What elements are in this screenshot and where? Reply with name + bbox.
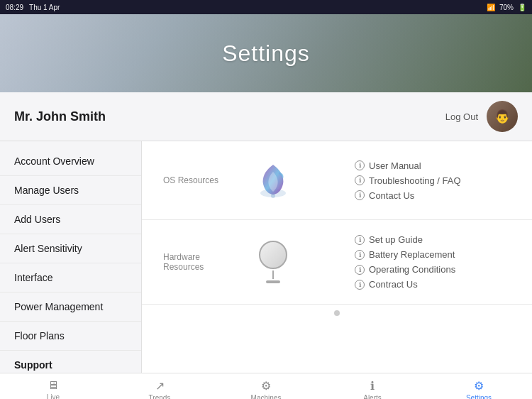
user-bar: Mr. John Smith Log Out 👨 (0, 92, 532, 141)
info-icon-4 (355, 235, 365, 245)
page-title: Settings (222, 40, 310, 67)
os-resources-icon (248, 155, 298, 205)
lamp-base (266, 280, 280, 283)
nav-item-settings[interactable]: ⚙ Settings (426, 376, 532, 400)
sidebar-item-alert-sensitivity[interactable]: Alert Sensitivity (0, 234, 141, 263)
info-icon-6 (355, 265, 365, 275)
content-area: OS Resources (142, 141, 532, 373)
info-icon-2 (355, 175, 365, 185)
user-manual-link[interactable]: User Manual (355, 160, 511, 171)
scroll-dot (334, 310, 340, 316)
logout-button[interactable]: Log Out (445, 111, 478, 122)
svg-point-1 (271, 194, 275, 198)
contract-us-link[interactable]: Contract Us (355, 279, 511, 290)
status-date: Thu 1 Apr (29, 4, 60, 11)
alerts-icon: ℹ (370, 379, 375, 393)
status-time: 08:29 (6, 4, 23, 11)
wifi-icon: 📶 (487, 4, 495, 11)
setup-guide-link[interactable]: Set up Guide (355, 234, 511, 245)
hardware-resources-icon (248, 237, 298, 287)
info-icon-5 (355, 250, 365, 260)
status-bar: 08:29 Thu 1 Apr 📶 70% 🔋 (0, 0, 532, 14)
info-icon-3 (355, 190, 365, 200)
os-resources-label: OS Resources (163, 175, 234, 185)
os-resource-links: User Manual Troubleshooting / FAQ Contac… (355, 160, 511, 201)
main-content: Account Overview Manage Users Add Users … (0, 141, 532, 373)
sidebar-item-add-users[interactable]: Add Users (0, 205, 141, 234)
sidebar-item-manage-users[interactable]: Manage Users (0, 176, 141, 205)
monitor-icon: 🖥 (48, 379, 59, 392)
sidebar-item-floor-plans[interactable]: Floor Plans (0, 322, 141, 351)
lamp-icon (259, 241, 287, 283)
operating-conditions-link[interactable]: Operating Conditions (355, 264, 511, 275)
avatar: 👨 (487, 101, 518, 132)
battery-level: 70% (499, 4, 514, 11)
hardware-resources-section: Hardware Resources Set up Guide Battery … (142, 220, 532, 305)
nav-item-machines[interactable]: ⚙ Machines (213, 376, 319, 400)
lamp-globe (259, 241, 287, 269)
nav-item-live[interactable]: 🖥 Live (0, 376, 106, 399)
troubleshooting-link[interactable]: Troubleshooting / FAQ (355, 175, 511, 186)
nav-item-alerts[interactable]: ℹ Alerts (319, 376, 426, 400)
lamp-stem (272, 270, 274, 279)
contact-us-link[interactable]: Contact Us (355, 190, 511, 201)
info-icon-7 (355, 280, 365, 290)
nav-item-trends[interactable]: ↗ Trends (106, 376, 213, 400)
sidebar: Account Overview Manage Users Add Users … (0, 141, 142, 373)
sidebar-item-power-management[interactable]: Power Management (0, 293, 141, 322)
machines-icon: ⚙ (261, 379, 271, 393)
trends-icon: ↗ (155, 379, 165, 393)
os-resources-section: OS Resources (142, 141, 532, 220)
sidebar-item-account-overview[interactable]: Account Overview (0, 147, 141, 176)
bottom-nav: 🖥 Live ↗ Trends ⚙ Machines ℹ Alerts ⚙ Se… (0, 373, 532, 399)
scroll-indicator (142, 305, 532, 322)
hardware-resources-label: Hardware Resources (163, 252, 234, 272)
battery-icon: 🔋 (518, 4, 526, 11)
settings-icon: ⚙ (474, 379, 484, 393)
battery-replacement-link[interactable]: Battery Replacement (355, 249, 511, 260)
info-icon (355, 160, 365, 170)
hardware-resource-links: Set up Guide Battery Replacement Operati… (355, 234, 511, 290)
hero-header: Settings (0, 14, 532, 92)
sidebar-item-support[interactable]: Support (0, 351, 141, 373)
user-name: Mr. John Smith (14, 109, 106, 124)
sidebar-item-interface[interactable]: Interface (0, 263, 141, 293)
